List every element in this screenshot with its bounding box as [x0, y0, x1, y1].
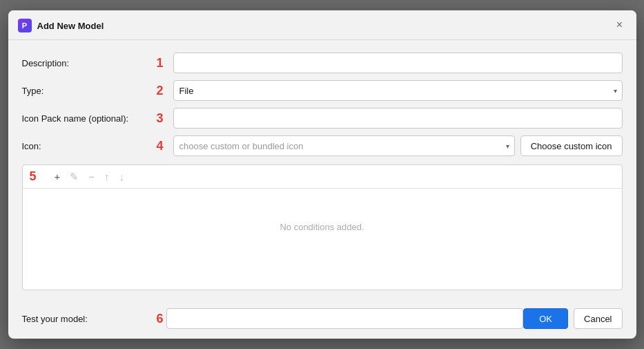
conditions-number: 5: [30, 169, 42, 184]
description-row: Description: 1: [22, 53, 623, 73]
type-row: Type: 2 File Folder Package ▾: [22, 80, 623, 101]
dialog-title: Add New Model: [37, 21, 104, 31]
add-new-model-dialog: P Add New Model × Description: 1 Type: 2…: [8, 10, 636, 339]
icon-select-wrapper: choose custom or bundled icon ▾: [173, 135, 515, 156]
icon-number: 4: [157, 139, 169, 153]
add-condition-button[interactable]: +: [53, 170, 62, 183]
description-number: 1: [157, 56, 169, 70]
type-select-wrapper: File Folder Package ▾: [173, 80, 623, 101]
dialog-footer: Test your model: 6 OK Cancel: [8, 300, 636, 339]
edit-condition-button[interactable]: ✎: [68, 170, 80, 184]
dialog-actions: OK Cancel: [523, 308, 622, 329]
type-label: Type:: [22, 86, 157, 96]
icon-pack-label: Icon Pack name (optional):: [22, 113, 157, 124]
ok-button[interactable]: OK: [523, 308, 568, 329]
type-select[interactable]: File Folder Package: [173, 80, 623, 101]
move-up-condition-button[interactable]: ↑: [103, 170, 111, 183]
description-label: Description:: [22, 58, 157, 68]
conditions-section: 5 + ✎ − ↑ ↓ No conditions added.: [22, 164, 623, 290]
icon-row: Icon: 4 choose custom or bundled icon ▾ …: [22, 135, 623, 156]
choose-custom-icon-button[interactable]: Choose custom icon: [520, 135, 623, 156]
icon-select[interactable]: choose custom or bundled icon: [173, 135, 515, 156]
type-number: 2: [157, 84, 169, 98]
conditions-empty-state: No conditions added.: [23, 189, 622, 265]
icon-pack-input[interactable]: [173, 108, 623, 129]
remove-condition-button[interactable]: −: [87, 170, 96, 183]
cancel-button[interactable]: Cancel: [574, 308, 622, 329]
test-model-label: Test your model:: [22, 314, 157, 324]
close-button[interactable]: ×: [613, 18, 627, 32]
icon-pack-number: 3: [157, 111, 169, 126]
app-icon: P: [18, 19, 32, 32]
icon-label: Icon:: [22, 141, 157, 151]
test-model-number: 6: [157, 312, 164, 326]
description-input[interactable]: [173, 53, 623, 73]
icon-pack-row: Icon Pack name (optional): 3: [22, 108, 623, 129]
conditions-toolbar: 5 + ✎ − ↑ ↓: [23, 165, 622, 189]
dialog-content: Description: 1 Type: 2 File Folder Packa…: [8, 40, 636, 300]
move-down-condition-button[interactable]: ↓: [118, 170, 126, 183]
title-bar: P Add New Model ×: [8, 10, 636, 40]
test-model-input[interactable]: [166, 308, 524, 329]
conditions-empty-text: No conditions added.: [280, 222, 364, 232]
icon-controls: choose custom or bundled icon ▾ Choose c…: [173, 135, 623, 156]
test-model-row: Test your model: 6: [22, 308, 524, 329]
